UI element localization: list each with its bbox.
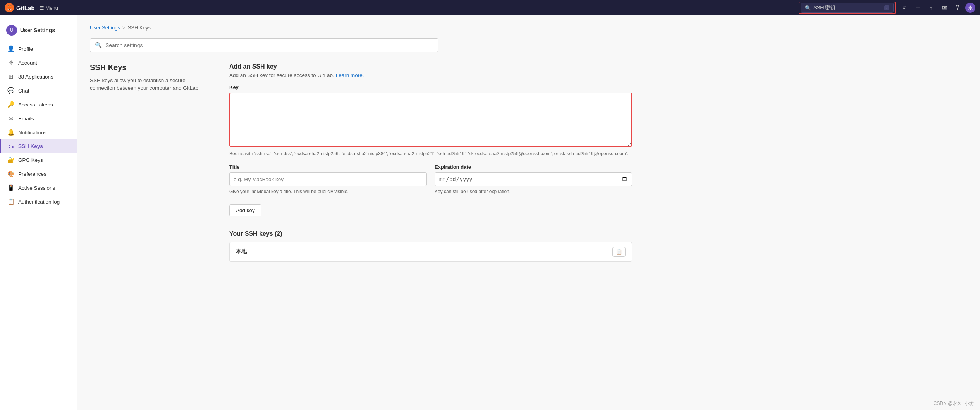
add-ssh-title: Add an SSH key <box>229 63 632 70</box>
sidebar-item-preferences[interactable]: 🎨 Preferences <box>0 167 77 181</box>
sidebar-user-avatar: U <box>6 25 17 36</box>
applications-icon: ⊞ <box>7 73 14 80</box>
navbar-search[interactable]: 🔍 / <box>801 3 894 13</box>
emails-icon: ✉ <box>7 115 14 122</box>
sidebar-item-label: Access Tokens <box>18 102 53 108</box>
menu-button[interactable]: ☰ Menu <box>40 5 58 11</box>
footer-note: CSDN @永久_小坊 <box>934 400 974 407</box>
key-field-label: Key <box>229 84 632 90</box>
merge-requests-button[interactable]: ⑂ <box>926 2 937 13</box>
profile-icon: 👤 <box>7 45 14 52</box>
page-layout: U User Settings 👤 Profile ⚙ Account ⊞ 88… <box>0 15 980 410</box>
navbar-search-input[interactable] <box>813 5 882 11</box>
ssh-layout: SSH Keys SSH keys allow you to establish… <box>90 63 632 265</box>
sidebar-item-label: Authentication log <box>18 199 60 205</box>
new-item-button[interactable]: ＋ <box>913 2 923 13</box>
access-tokens-icon: 🔑 <box>7 101 14 108</box>
ssh-section-title: SSH Keys <box>90 63 206 72</box>
issues-button[interactable]: ✉ <box>939 2 950 13</box>
breadcrumb-current: SSH Keys <box>128 25 151 31</box>
sidebar-item-label: Preferences <box>18 171 46 177</box>
navbar-icons: ＋ ⑂ ✉ ? 永 <box>913 2 975 13</box>
sidebar-item-access-tokens[interactable]: 🔑 Access Tokens <box>0 98 77 112</box>
active-sessions-icon: 📱 <box>7 184 14 191</box>
navbar-search-highlighted[interactable]: 🔍 / <box>799 2 896 14</box>
copy-key-button[interactable]: 📋 <box>612 247 626 257</box>
ssh-key-item: 本地 📋 <box>229 242 632 262</box>
preferences-icon: 🎨 <box>7 170 14 177</box>
search-settings-bar[interactable]: 🔍 <box>90 38 438 52</box>
navbar-search-icon: 🔍 <box>805 5 811 11</box>
sidebar-item-label: Account <box>18 60 37 66</box>
merge-request-icon: ⑂ <box>929 4 933 11</box>
gitlab-logo-icon: 🦊 <box>5 3 14 12</box>
sidebar-item-label: Notifications <box>18 130 47 136</box>
sidebar-item-chat[interactable]: 💬 Chat <box>0 84 77 98</box>
breadcrumb: User Settings > SSH Keys <box>90 25 968 31</box>
your-ssh-keys-section: Your SSH keys (2) 本地 📋 <box>229 230 632 262</box>
auth-log-icon: 📋 <box>7 198 14 205</box>
sidebar-item-profile[interactable]: 👤 Profile <box>0 42 77 56</box>
your-keys-title: Your SSH keys (2) <box>229 230 632 237</box>
navbar: 🦊 GitLab ☰ Menu 🔍 / × ＋ ⑂ ✉ ? 永 <box>0 0 980 15</box>
expiry-group: Expiration date Key can still be used af… <box>435 164 632 195</box>
search-settings-icon: 🔍 <box>95 42 102 49</box>
title-group: Title Give your individual key a title. … <box>229 164 427 195</box>
expiry-label: Expiration date <box>435 164 632 170</box>
sidebar-header: U User Settings <box>0 22 77 42</box>
sidebar-item-account[interactable]: ⚙ Account <box>0 56 77 70</box>
help-button[interactable]: ? <box>952 2 963 13</box>
user-avatar[interactable]: 永 <box>965 3 975 13</box>
notifications-icon: 🔔 <box>7 129 14 136</box>
key-hint: Begins with 'ssh-rsa', 'ssh-dss', 'ecdsa… <box>229 150 632 157</box>
gpg-keys-icon: 🔐 <box>7 156 14 163</box>
sidebar-item-label: SSH Keys <box>18 143 43 149</box>
navbar-logo: 🦊 GitLab <box>5 3 35 12</box>
navbar-close-search-button[interactable]: × <box>899 2 910 13</box>
title-expiry-row: Title Give your individual key a title. … <box>229 164 632 195</box>
main-content: User Settings > SSH Keys 🔍 SSH Keys SSH … <box>77 15 980 410</box>
learn-more-link[interactable]: Learn more. <box>336 72 364 78</box>
sidebar-item-applications[interactable]: ⊞ 88 Applications <box>0 70 77 84</box>
sidebar: U User Settings 👤 Profile ⚙ Account ⊞ 88… <box>0 15 77 410</box>
sidebar-title: User Settings <box>20 27 55 33</box>
sidebar-item-label: Emails <box>18 116 34 122</box>
sidebar-item-label: Active Sessions <box>18 185 55 191</box>
expiry-hint: Key can still be used after expiration. <box>435 189 632 195</box>
sidebar-item-emails[interactable]: ✉ Emails <box>0 112 77 125</box>
breadcrumb-separator: > <box>122 25 126 31</box>
add-key-button[interactable]: Add key <box>229 204 261 216</box>
plus-icon: ＋ <box>915 4 921 12</box>
ssh-section-desc: SSH keys allow you to establish a secure… <box>90 77 206 93</box>
title-label: Title <box>229 164 427 170</box>
issues-icon: ✉ <box>942 4 947 12</box>
key-textarea[interactable] <box>229 93 632 147</box>
key-item-name: 本地 <box>236 248 247 255</box>
close-icon: × <box>902 4 906 11</box>
sidebar-item-label: Profile <box>18 46 33 52</box>
sidebar-item-ssh-keys[interactable]: 🗝 SSH Keys <box>0 139 77 153</box>
breadcrumb-parent-link[interactable]: User Settings <box>90 25 120 31</box>
sidebar-item-active-sessions[interactable]: 📱 Active Sessions <box>0 181 77 195</box>
help-icon: ? <box>956 4 959 11</box>
chat-icon: 💬 <box>7 87 14 94</box>
search-kbd-hint: / <box>884 5 889 10</box>
ssh-right-panel: Add an SSH key Add an SSH key for secure… <box>229 63 632 265</box>
sidebar-nav: 👤 Profile ⚙ Account ⊞ 88 Applications 💬 … <box>0 42 77 209</box>
sidebar-item-label: Chat <box>18 88 29 94</box>
title-hint: Give your individual key a title. This w… <box>229 189 427 195</box>
ssh-left-panel: SSH Keys SSH keys allow you to establish… <box>90 63 206 265</box>
sidebar-item-notifications[interactable]: 🔔 Notifications <box>0 125 77 139</box>
sidebar-item-label: 88 Applications <box>18 74 53 80</box>
sidebar-item-gpg-keys[interactable]: 🔐 GPG Keys <box>0 153 77 167</box>
gitlab-text: GitLab <box>16 5 35 11</box>
account-icon: ⚙ <box>7 59 14 66</box>
ssh-keys-icon: 🗝 <box>7 143 14 149</box>
sidebar-item-auth-log[interactable]: 📋 Authentication log <box>0 195 77 209</box>
add-ssh-subtitle: Add an SSH key for secure access to GitL… <box>229 72 632 78</box>
hamburger-icon: ☰ <box>40 5 44 11</box>
title-input[interactable] <box>229 172 427 186</box>
sidebar-item-label: GPG Keys <box>18 157 43 163</box>
search-settings-input[interactable] <box>105 42 433 48</box>
expiry-input[interactable] <box>435 172 632 186</box>
